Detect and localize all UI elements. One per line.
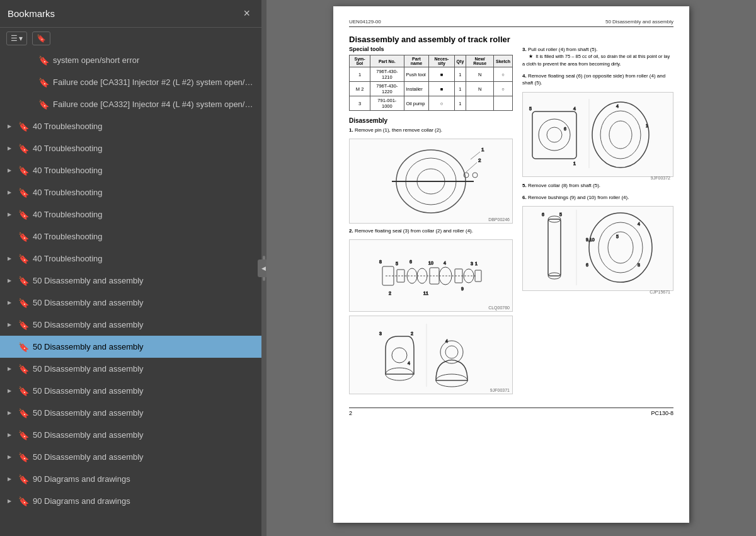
step-number: 4. [522,73,527,79]
list-item[interactable]: 🔖 50 Disassembly and assembly [0,446,261,468]
list-item[interactable]: 🔖 Failure code [CA331] Injector #2 (L #2… [0,71,261,93]
bookmarks-header: Bookmarks × [0,0,261,28]
svg-text:4: 4 [616,104,619,108]
svg-text:1: 1 [475,261,478,266]
expand-icon [8,388,18,394]
bookmark-icon: 🔖 [18,298,29,308]
close-button[interactable]: × [239,6,254,21]
step-1: 1. Remove pin (1), then remove collar (2… [349,127,513,134]
bookmark-icon: 🔖 [18,188,29,198]
table-cell: Oil pump [404,96,429,111]
list-item[interactable]: 🔖 system open/short error [0,49,261,71]
list-item[interactable]: 🔖 40 Troubleshooting [0,115,261,137]
bookmark-icon: 🔖 [18,496,29,506]
table-cell: Push tool [404,67,429,82]
svg-text:8: 8 [638,263,640,267]
step-number: 1. [349,127,353,133]
list-item[interactable]: 🔖 50 Disassembly and assembly [0,424,261,446]
special-tools-table: Sym-bol Part No. Part name Neces-sity Qt… [349,55,513,111]
svg-text:4: 4 [573,106,576,111]
bookmark-icon: 🔖 [18,166,29,176]
svg-text:4: 4 [445,339,448,343]
bookmark-icon: 🔖 [18,474,29,484]
resize-handle[interactable]: ◀ [261,0,266,536]
diagram-label: DBP00246 [488,217,510,222]
svg-text:6: 6 [542,212,544,217]
list-item[interactable]: 🔖 50 Disassembly and assembly [0,314,261,336]
bookmark-label: 40 Troubleshooting [33,210,256,219]
bookmark-label: 50 Disassembly and assembly [33,364,256,373]
seal-diagram: 3 2 4 4 [373,317,490,393]
bookmark-icon: 🔖 [18,364,29,374]
list-item[interactable]: 🔖 90 Diagrams and drawings [0,468,261,490]
special-tools-label: Special tools [349,46,513,52]
list-item[interactable]: 🔖 50 Disassembly and assembly [0,270,261,292]
svg-point-60 [598,222,643,273]
bookmarks-toolbar: ☰ ▾ 🔖 [0,28,261,49]
bookmark-icon: 🔖 [18,122,29,132]
list-item[interactable]: 🔖 90 Diagrams and drawings [0,490,261,512]
dropdown-arrow-icon: ▾ [19,34,23,43]
bookmark-label: 40 Troubleshooting [33,144,256,153]
diagram-caption: 9JF00372 [523,176,673,181]
bookmark-button[interactable]: 🔖 [32,31,50,45]
view-options-button[interactable]: ☰ ▾ [6,31,27,45]
right-diagram-2-svg: 6 5 9,10 4 5 6 [523,207,658,288]
svg-text:9,10: 9,10 [586,237,595,242]
list-item[interactable]: 🔖 40 Troubleshooting [0,137,261,159]
bookmark-label: 50 Disassembly and assembly [33,408,256,418]
right-step-5: 5. Remove collar (8) from shaft (5). [522,182,673,189]
expand-icon [8,476,18,482]
model-number: PC130-8 [651,410,673,416]
expand-icon [8,256,18,261]
expand-icon [8,168,18,173]
table-cell: 796T-430-1210 [370,67,404,82]
list-item[interactable]: 🔖 50 Disassembly and assembly [0,380,261,402]
list-item[interactable]: 🔖 40 Troubleshooting [0,248,261,270]
table-cell: 1 [454,82,466,96]
list-item[interactable]: 🔖 50 Disassembly and assembly [0,292,261,314]
expand-icon [8,454,18,460]
expand-icon [8,278,18,283]
disassembly-title: Disassembly [349,117,513,124]
step-2: 2. Remove floating seal (3) from collar … [349,227,513,234]
list-item[interactable]: 🔖 40 Troubleshooting [0,203,261,225]
view-icon: ☰ [11,34,18,43]
active-list-item[interactable]: 🔖 50 Disassembly and assembly [0,336,261,358]
list-item[interactable]: 🔖 40 Troubleshooting [0,159,261,181]
doc-right: 3. Pull out roller (4) from shaft (5). ★… [522,46,673,398]
table-cell [466,96,494,111]
svg-point-49 [600,111,641,159]
bookmark-label: Failure code [CA332] Injector #4 (L #4) … [53,100,256,109]
table-header: Part No. [370,55,404,67]
table-header: Sketch [493,55,512,67]
diagram-label: 9JF00371 [490,388,510,392]
svg-text:6: 6 [410,259,412,264]
table-cell: 791-001-1000 [370,96,404,111]
svg-text:1: 1 [573,161,576,166]
list-item[interactable]: 🔖 50 Disassembly and assembly [0,358,261,380]
bookmark-label: 40 Troubleshooting [33,254,256,263]
table-header: Qty [454,55,466,67]
bookmark-icon: 🔖 [38,55,49,66]
table-header: Part name [404,55,429,67]
expand-icon [8,432,18,438]
table-cell [493,96,512,111]
doc-left: Special tools Sym-bol Part No. Part name… [349,46,513,398]
list-item[interactable]: 🔖 Failure code [CA332] Injector #4 (L #4… [0,93,261,115]
table-cell: 1 [454,67,466,82]
bookmark-label: 90 Diagrams and drawings [33,496,256,506]
bookmark-icon: 🔖 [37,34,46,43]
svg-text:2: 2 [389,291,391,295]
list-item[interactable]: 🔖 50 Disassembly and assembly [0,402,261,424]
bookmarks-list[interactable]: 🔖 system open/short error 🔖 Failure code… [0,49,261,536]
bookmark-label: system open/short error [53,55,256,65]
bookmark-icon: 🔖 [18,342,29,352]
table-row: M 2 796T-430-1220 Installer ■ 1 N ○ [350,82,513,96]
svg-rect-19 [475,270,481,282]
list-item[interactable]: 🔖 40 Troubleshooting [0,225,261,248]
svg-rect-53 [548,219,561,276]
svg-text:4: 4 [638,222,640,226]
list-item[interactable]: 🔖 40 Troubleshooting [0,181,261,203]
bookmark-icon: 🔖 [18,232,29,242]
